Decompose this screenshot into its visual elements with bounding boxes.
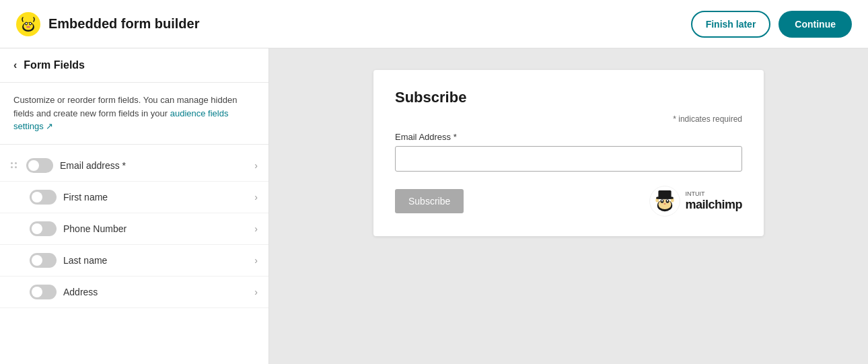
svg-point-15 (664, 203, 666, 205)
svg-point-6 (30, 22, 31, 24)
svg-point-5 (26, 22, 27, 24)
sidebar: ‹ Form Fields Customize or reorder form … (0, 48, 269, 364)
external-link-icon: ↗ (46, 121, 53, 131)
toggle-lastname[interactable] (30, 253, 57, 268)
back-button[interactable]: ‹ (13, 59, 17, 71)
field-label-firstname: First name (63, 192, 248, 203)
form-preview-area: Subscribe * indicates required Email Add… (269, 48, 868, 364)
toggle-firstname[interactable] (30, 190, 57, 205)
field-item-phone[interactable]: Phone Number › (0, 213, 268, 245)
freddie-icon (649, 185, 681, 217)
form-footer: Subscribe (395, 185, 742, 217)
header-actions: Finish later Continue (691, 11, 852, 38)
sidebar-title: Form Fields (24, 59, 85, 71)
main-content: ‹ Form Fields Customize or reorder form … (0, 48, 868, 364)
svg-point-7 (26, 26, 30, 28)
toggle-phone-track (30, 221, 57, 236)
chevron-icon-email: › (254, 160, 258, 171)
field-item-email[interactable]: Email address * › (0, 150, 268, 182)
form-required-note: * indicates required (395, 114, 742, 124)
mailchimp-icon (16, 12, 40, 36)
field-label-lastname: Last name (63, 255, 248, 266)
toggle-email[interactable] (26, 158, 53, 173)
intuit-label: INTUIT (685, 190, 742, 198)
finish-later-button[interactable]: Finish later (691, 11, 771, 38)
form-title: Subscribe (395, 89, 742, 106)
toggle-lastname-track (30, 253, 57, 268)
continue-button[interactable]: Continue (779, 11, 852, 38)
field-label-email: Email address * (60, 160, 248, 171)
form-email-field-group: Email Address * (395, 132, 742, 172)
field-label-address: Address (63, 287, 248, 297)
field-list: Email address * › First name › Phone Num… (0, 145, 268, 314)
toggle-address[interactable] (30, 285, 57, 299)
chevron-icon-address: › (254, 287, 258, 297)
field-item-lastname[interactable]: Last name › (0, 245, 268, 277)
sidebar-header: ‹ Form Fields (0, 48, 268, 83)
mailchimp-branding: INTUIT mailchimp (649, 185, 742, 217)
svg-point-13 (662, 200, 663, 201)
field-item-address[interactable]: Address › (0, 277, 268, 308)
sidebar-description: Customize or reorder form fields. You ca… (0, 83, 268, 145)
header-left: Embedded form builder (16, 12, 199, 36)
chevron-icon-phone: › (254, 223, 258, 234)
mailchimp-text: INTUIT mailchimp (685, 190, 742, 212)
app-title: Embedded form builder (48, 16, 199, 32)
chevron-icon-firstname: › (254, 192, 258, 203)
toggle-phone[interactable] (30, 221, 57, 236)
drag-handle (11, 162, 17, 168)
form-email-label: Email Address * (395, 132, 742, 142)
chevron-icon-lastname: › (254, 255, 258, 266)
field-item-firstname[interactable]: First name › (0, 182, 268, 213)
toggle-email-track (26, 158, 53, 173)
form-email-input[interactable] (395, 146, 742, 172)
toggle-firstname-track (30, 190, 57, 205)
svg-rect-19 (657, 197, 674, 199)
svg-point-14 (667, 200, 669, 201)
field-label-phone: Phone Number (63, 223, 248, 234)
form-card: Subscribe * indicates required Email Add… (373, 70, 764, 236)
toggle-address-track (30, 285, 57, 299)
app-header: Embedded form builder Finish later Conti… (0, 0, 868, 48)
mailchimp-label: mailchimp (685, 198, 742, 213)
subscribe-button[interactable]: Subscribe (395, 189, 464, 213)
